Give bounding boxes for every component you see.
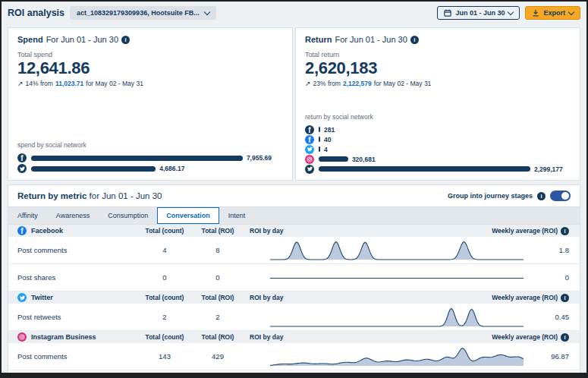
- return-by-metric-title: Return by metric for Jun 01 - Jun 30: [17, 191, 162, 200]
- return-by-metric-header: Return by metric for Jun 01 - Jun 30 Gro…: [8, 185, 580, 206]
- account-selector-label: act_108329179309936, Hootsuite FB...: [77, 9, 200, 17]
- column-header-roi-by-day: ROI by day: [244, 227, 470, 235]
- group-name-cell: Twitter: [17, 293, 137, 302]
- bar-track: 40: [319, 136, 571, 143]
- twitter-blue-icon: [305, 145, 314, 154]
- spend-card-heading: Spend For Jun 01 - Jun 30: [17, 35, 283, 44]
- bar-facebook-dark: [319, 127, 320, 132]
- return-change-line: ↗ 23% from 2,122,579 for May 02 - May 31: [305, 80, 571, 87]
- total-return-label: Total return: [305, 51, 571, 58]
- bar-instagram: [319, 156, 348, 162]
- column-header-total-count: Total (count): [137, 227, 192, 235]
- bar-value: 4: [324, 146, 328, 153]
- metric-roi-by-day: [244, 373, 524, 378]
- instagram-icon: [305, 155, 314, 164]
- info-icon[interactable]: [537, 192, 546, 200]
- column-header-roi-by-day: ROI by day: [244, 294, 470, 301]
- return-card-period: For Jun 01 - Jun 30: [335, 35, 407, 44]
- journey-stages-toggle-label: Group into journey stages: [448, 192, 533, 200]
- bar-track: 4: [319, 146, 571, 153]
- metric-total-roi: 8: [192, 246, 244, 254]
- twitter-dark-icon: [17, 164, 27, 173]
- tab-affinity[interactable]: Affinity: [8, 207, 47, 224]
- column-header-total-roi: Total (ROI): [192, 294, 244, 301]
- roi-by-day-sparkline: [270, 306, 524, 329]
- metric-row-partial: [8, 370, 580, 378]
- return-by-metric-title-text: Return by metric: [17, 191, 86, 200]
- bar-value: 40: [324, 136, 331, 143]
- group-name: Instagram Business: [31, 333, 96, 341]
- roi-by-day-sparkline: [270, 373, 524, 378]
- metric-total-count: 2: [137, 313, 192, 321]
- return-change-suffix: for May 02 - May 31: [374, 80, 432, 87]
- network-bar-row: f281: [305, 124, 571, 134]
- return-by-metric-card: Return by metric for Jun 01 - Jun 30 Gro…: [8, 184, 580, 378]
- bar-twitter-dark: [319, 166, 530, 172]
- metric-row: Post shares000: [8, 264, 580, 291]
- metric-row: Post retweets220.45: [8, 304, 580, 331]
- spend-previous-value-link[interactable]: 11,023.71: [55, 80, 83, 87]
- info-icon[interactable]: [410, 36, 419, 44]
- total-spend-label: Total spend: [17, 51, 283, 58]
- metric-name: Post retweets: [17, 313, 137, 321]
- metric-weekly-average: 1.8: [524, 246, 571, 254]
- info-icon[interactable]: [561, 227, 569, 235]
- tab-conversation[interactable]: Conversation: [157, 207, 219, 224]
- metric-name: Post comments: [17, 352, 137, 361]
- return-by-network-chart: return by social network f281f404320,681…: [305, 113, 571, 174]
- metric-total-count: 4: [137, 246, 192, 254]
- group-name-cell: fFacebook: [17, 226, 137, 235]
- twitter-dark-icon: [305, 165, 314, 174]
- export-button[interactable]: Export: [525, 6, 580, 20]
- bar-track: 2,299,177: [319, 165, 571, 173]
- total-spend-value: 12,641.86: [17, 58, 283, 77]
- facebook-blue-icon: f: [17, 226, 27, 235]
- bar-twitter-blue: [319, 146, 320, 152]
- column-header-total-count: Total (count): [137, 333, 192, 341]
- bar-value: 281: [324, 126, 335, 134]
- account-selector[interactable]: act_108329179309936, Hootsuite FB...: [70, 6, 216, 20]
- info-icon[interactable]: [561, 333, 569, 342]
- topbar-right: Jun 01 - Jun 30 Export: [437, 6, 580, 20]
- bar-value: 7,955.69: [247, 154, 272, 162]
- date-range-picker[interactable]: Jun 01 - Jun 30: [437, 6, 520, 20]
- metric-roi-by-day: [244, 266, 524, 289]
- return-change-text: 23% from: [313, 80, 341, 87]
- group-name-cell: Instagram Business: [17, 332, 137, 342]
- bar-track: 281: [319, 126, 571, 134]
- column-header-weekly-average: Weekly average (ROI): [470, 294, 571, 302]
- group-header-row: Instagram BusinessTotal (count)Total (RO…: [8, 331, 580, 343]
- metric-tabs: AffinityAwarenessConsumptionConversation…: [8, 206, 580, 225]
- spend-bars: f7,955.694,686.17: [17, 153, 283, 174]
- bar-value: 320,681: [352, 156, 376, 163]
- metric-row: Post comments481.8: [8, 237, 580, 264]
- network-bar-row: f7,955.69: [17, 153, 283, 163]
- metric-total-roi: 429: [192, 352, 244, 361]
- tab-awareness[interactable]: Awareness: [47, 207, 99, 224]
- roi-by-day-sparkline: [270, 239, 524, 262]
- bar-twitter-dark: [31, 166, 156, 172]
- spend-by-network-chart: spend by social network f7,955.694,686.1…: [17, 141, 283, 174]
- chevron-down-icon: [568, 9, 574, 15]
- journey-stages-toggle[interactable]: [550, 191, 571, 201]
- facebook-dark-icon: f: [305, 125, 314, 134]
- return-previous-value-link[interactable]: 2,122,579: [343, 80, 372, 87]
- bar-track: 4,686.17: [31, 165, 283, 172]
- group-header-row: TwitterTotal (count)Total (ROI)ROI by da…: [8, 291, 580, 304]
- column-header-total-roi: Total (ROI): [192, 227, 244, 235]
- tab-consumption[interactable]: Consumption: [99, 207, 157, 224]
- calendar-icon: [444, 9, 451, 17]
- info-icon[interactable]: [561, 294, 569, 302]
- trend-up-icon: ↗: [17, 80, 24, 87]
- info-icon[interactable]: [121, 36, 130, 44]
- tab-intent[interactable]: Intent: [219, 207, 255, 224]
- summary-cards-row: Spend For Jun 01 - Jun 30 Total spend 12…: [8, 27, 580, 181]
- spend-card: Spend For Jun 01 - Jun 30 Total spend 12…: [8, 27, 293, 181]
- metric-weekly-average: 96.87: [524, 352, 571, 361]
- metric-table: fFacebookTotal (count)Total (ROI)ROI by …: [8, 225, 580, 378]
- weekly-average-label: Weekly average (ROI): [492, 227, 558, 235]
- weekly-average-label: Weekly average (ROI): [492, 333, 558, 341]
- return-by-metric-period: for Jun 01 - Jun 30: [90, 191, 162, 200]
- column-header-roi-by-day: ROI by day: [244, 333, 470, 341]
- group-name: Twitter: [31, 294, 53, 301]
